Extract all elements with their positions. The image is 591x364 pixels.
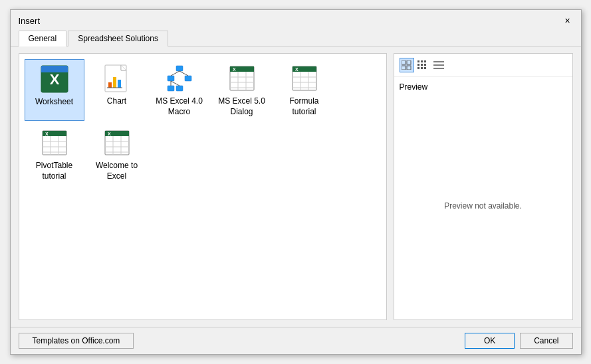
svg-rect-55 <box>402 60 406 64</box>
svg-rect-64 <box>424 64 426 66</box>
svg-rect-18 <box>176 86 183 91</box>
svg-text:X: X <box>49 71 59 88</box>
svg-rect-16 <box>185 76 191 81</box>
svg-rect-58 <box>407 66 411 70</box>
svg-rect-63 <box>421 64 423 66</box>
items-grid: X Worksheet <box>25 59 381 185</box>
svg-line-22 <box>171 81 179 86</box>
items-panel: X Worksheet <box>19 53 387 320</box>
item-welcome-label: Welcome to Excel <box>90 161 144 181</box>
svg-rect-57 <box>402 66 406 70</box>
view-toolbar <box>394 54 572 77</box>
tab-spreadsheet-solutions[interactable]: Spreadsheet Solutions <box>68 31 168 46</box>
svg-rect-65 <box>417 67 419 69</box>
item-welcome-to-excel[interactable]: X Welcome to Excel <box>87 124 147 185</box>
item-worksheet[interactable]: X Worksheet <box>25 59 84 121</box>
footer-right: OK Cancel <box>465 333 572 349</box>
dialog-content: X Worksheet <box>11 46 581 327</box>
worksheet-icon: X <box>39 64 70 94</box>
item-macro-label: MS Excel 4.0 Macro <box>152 96 207 117</box>
dialog-title: Insert <box>19 16 41 26</box>
preview-area: Preview Preview not available. <box>394 77 572 319</box>
svg-rect-62 <box>417 64 419 66</box>
item-formula-tutorial[interactable]: X Formula tutorial <box>275 59 334 121</box>
svg-text:X: X <box>45 132 49 136</box>
welcome-icon: X <box>102 128 132 158</box>
item-worksheet-label: Worksheet <box>35 97 73 108</box>
preview-content: Preview not available. <box>400 97 567 314</box>
item-ms-excel-40-macro[interactable]: MS Excel 4.0 Macro <box>150 59 209 121</box>
svg-rect-14 <box>176 66 183 71</box>
svg-rect-56 <box>407 60 411 64</box>
svg-rect-61 <box>424 60 426 62</box>
chart-icon <box>102 63 132 94</box>
small-icons-button[interactable] <box>415 58 430 72</box>
footer-left: Templates on Office.com <box>19 333 134 349</box>
templates-button[interactable]: Templates on Office.com <box>19 333 134 349</box>
large-icons-button[interactable] <box>400 58 414 72</box>
svg-rect-4 <box>41 70 68 72</box>
preview-not-available-text: Preview not available. <box>444 201 522 211</box>
cancel-button[interactable]: Cancel <box>520 333 572 349</box>
item-dialog-label: MS Excel 5.0 Dialog <box>215 96 269 117</box>
macro-icon <box>164 63 195 94</box>
item-pivottable-label: PivotTable tutorial <box>27 161 82 181</box>
svg-rect-12 <box>118 80 121 88</box>
svg-text:X: X <box>233 67 236 72</box>
item-formula-tutorial-label: Formula tutorial <box>277 96 332 117</box>
close-button[interactable]: × <box>561 14 574 27</box>
preview-panel: Preview Preview not available. <box>394 53 573 320</box>
formula-tutorial-icon: X <box>289 63 320 94</box>
svg-rect-17 <box>168 86 174 91</box>
dialog-icon: X <box>227 63 257 94</box>
svg-text:X: X <box>295 67 298 72</box>
item-chart[interactable]: Chart <box>87 59 147 121</box>
item-chart-label: Chart <box>107 96 126 107</box>
insert-dialog: Insert × General Spreadsheet Solutions X <box>10 9 582 355</box>
ok-button[interactable]: OK <box>465 333 515 349</box>
svg-text:X: X <box>108 132 111 136</box>
svg-rect-66 <box>421 67 423 69</box>
svg-rect-60 <box>421 60 423 62</box>
list-button[interactable] <box>431 58 446 72</box>
item-pivottable-tutorial[interactable]: X PivotTable tutorial <box>25 124 84 185</box>
svg-line-19 <box>171 71 179 76</box>
preview-label: Preview <box>400 82 567 92</box>
svg-rect-15 <box>168 76 174 81</box>
item-ms-excel-50-dialog[interactable]: X MS Excel 5.0 Dialog <box>212 59 272 121</box>
tab-general[interactable]: General <box>19 31 67 46</box>
pivottable-icon: X <box>39 128 70 158</box>
svg-rect-59 <box>417 60 419 62</box>
dialog-footer: Templates on Office.com OK Cancel <box>11 327 581 354</box>
tab-strip: General Spreadsheet Solutions <box>11 30 581 46</box>
svg-rect-67 <box>424 67 426 69</box>
svg-rect-11 <box>113 77 116 88</box>
svg-rect-10 <box>108 82 112 88</box>
svg-line-20 <box>179 71 188 76</box>
title-bar: Insert × <box>11 10 581 30</box>
